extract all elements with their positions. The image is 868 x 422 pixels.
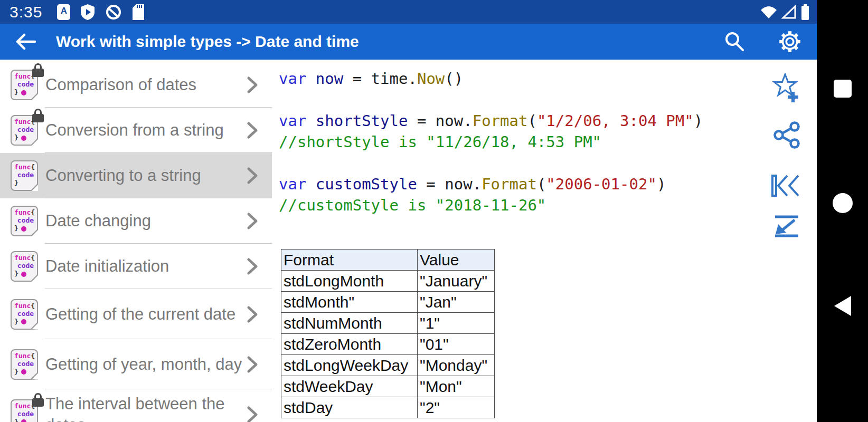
format-table: FormatValue stdLongMonth"January"stdMont… [281,249,495,418]
sidebar-item-label: The interval between the dates [45,394,246,422]
wifi-icon [760,5,778,20]
chevron-right-icon [247,76,258,94]
shield-play-icon [80,4,95,21]
add-favorite-star-icon [771,73,801,103]
skip-to-start-icon [770,174,801,198]
chevron-right-icon [247,167,258,185]
table-cell: "2" [418,397,495,418]
sidebar-item-label: Date changing [45,210,246,232]
system-status-icons [760,4,809,20]
recent-apps-square-icon [834,80,852,98]
sidebar-item[interactable]: func{code}Comparison of dates [0,62,272,108]
table-cell: "1" [418,313,495,334]
skip-to-start-button[interactable] [770,174,801,199]
table-row: stdZeroMonth"01" [281,334,495,355]
lock-icon [32,393,44,408]
unread-dot [21,419,26,422]
home-button[interactable] [817,187,868,219]
home-circle-icon [833,193,853,213]
code-block: var now = time.Now() var shortStyle = no… [279,68,817,216]
table-cell: stdZeroMonth [281,334,418,355]
table-column-header: Value [418,250,495,271]
status-bar: 3:35 A [0,0,817,24]
chevron-right-icon [247,305,258,323]
chevron-right-icon [247,406,258,422]
sidebar-item[interactable]: func{code}Getting of the current date [0,289,272,339]
android-q-logo-icon [105,4,122,21]
func-code-doc-icon: func{code} [11,251,38,282]
table-cell: stdWeekDay [281,376,418,397]
code-line: //customStyle is "2018-11-26" [279,195,817,216]
unread-dot [21,136,26,141]
sidebar-item[interactable]: func{code}The interval between the dates [0,389,272,422]
back-button[interactable] [15,32,36,51]
scroll-to-bottom-icon [772,215,801,238]
sidebar-item-label: Getting of the current date [45,304,246,325]
sidebar-item-label: Date initialization [45,256,246,277]
func-code-doc-icon: func{code} [11,206,38,236]
sidebar-item[interactable]: func{code}Getting of year, month, day [0,339,272,389]
table-cell: stdNumMonth [281,313,418,334]
code-line: var customStyle = now.Format("2006-01-02… [279,174,817,195]
func-code-doc-icon: func{code} [11,399,38,422]
status-time: 3:35 [10,3,42,21]
code-line: var now = time.Now() [279,68,817,89]
chevron-right-icon [247,212,258,230]
table-cell: "Jan" [418,292,495,313]
back-arrow-icon [15,32,36,51]
add-favorite-button[interactable] [771,73,801,105]
sidebar-item[interactable]: func{code}Date changing [0,198,272,244]
table-cell: "01" [418,334,495,355]
chevron-right-icon [247,257,258,275]
sidebar-item-label: Conversion from a string [45,120,246,141]
page-title: Work with simple types -> Date and time [56,33,724,51]
lock-icon [32,63,44,78]
unread-dot [21,226,26,232]
unread-dot [21,272,26,277]
android-nav-bar [817,0,868,422]
sidebar-item[interactable]: func{code}Date initialization [0,244,272,289]
func-code-doc-icon: func{code} [11,349,38,380]
sidebar-item[interactable]: func{code}Conversion from a string [0,108,272,153]
code-line: //shortStyle is "11/26/18, 4:53 PM" [279,131,817,152]
func-code-doc-icon: func{code} [11,299,38,330]
table-row: stdLongWeekDay"Monday" [281,355,495,376]
table-cell: stdLongWeekDay [281,355,418,376]
chevron-right-icon [247,121,258,139]
code-line [279,89,817,110]
table-header-row: FormatValue [281,250,495,271]
table-column-header: Format [281,250,418,271]
table-cell: "Monday" [418,355,495,376]
sidebar-list: func{code}Comparison of datesfunc{code}C… [0,60,272,422]
share-icon [772,121,801,149]
scroll-to-bottom-button[interactable] [772,215,801,239]
app-window: 3:35 A [0,0,817,422]
notification-icons: A [57,4,145,21]
recent-apps-button[interactable] [817,73,868,104]
android-screen: 3:35 A [0,0,868,422]
sidebar-item-label: Converting to a string [45,165,246,186]
table-row: stdLongMonth"January" [281,271,495,292]
settings-button[interactable] [777,28,803,55]
app-notification-a-icon: A [57,4,70,20]
back-triangle-icon [834,296,851,316]
body: func{code}Comparison of datesfunc{code}C… [0,60,817,422]
sidebar-item-label: Getting of year, month, day [45,354,246,375]
unread-dot [21,369,26,375]
battery-icon [801,4,809,20]
table-cell: "Mon" [418,376,495,397]
sidebar-item[interactable]: func{code}Converting to a string [0,153,272,198]
table-cell: "January" [418,271,495,292]
share-button[interactable] [772,121,801,151]
lock-icon [32,109,44,123]
cell-signal-icon [781,5,797,20]
app-bar: Work with simple types -> Date and time [0,24,817,60]
search-button[interactable] [724,31,745,52]
table-row: stdNumMonth"1" [281,313,495,334]
table-row: stdWeekDay"Mon" [281,376,495,397]
table-cell: stdDay [281,397,418,418]
sd-card-icon [132,4,145,21]
table-row: stdDay"2" [281,397,495,418]
table-cell: stdMonth" [281,292,418,313]
android-back-button[interactable] [817,290,868,322]
